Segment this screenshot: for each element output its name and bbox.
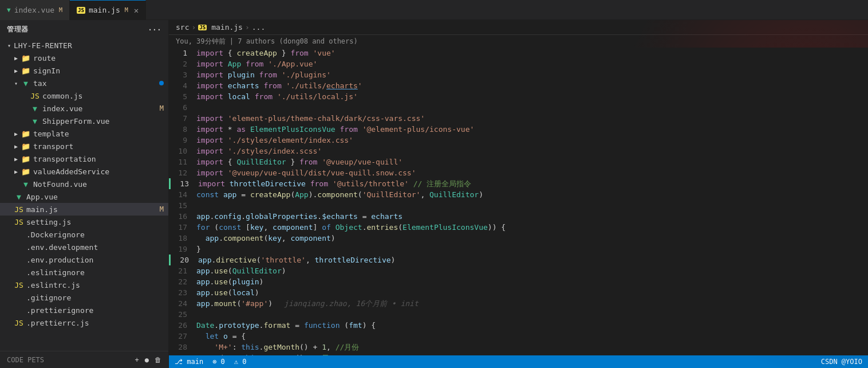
sidebar-header: 管理器 ···	[0, 20, 168, 39]
status-attribution: CSDN @YOIO	[821, 358, 862, 366]
sidebar-item-gitignore[interactable]: .gitignore	[0, 291, 168, 304]
line-number: 9	[169, 135, 196, 146]
sidebar-item-label: transport	[33, 142, 73, 151]
line-number: 26	[169, 320, 196, 331]
status-right: CSDN @YOIO	[821, 358, 862, 366]
more-icon[interactable]: ···	[148, 26, 161, 34]
line-content: app.use(plugin)	[196, 276, 868, 287]
breadcrumb-file: main.js	[211, 23, 243, 32]
code-line-24: 24 app.mount('#app')jianqiang.zhao, 16个月…	[169, 298, 868, 309]
sidebar-item-settingjs[interactable]: JS setting.js	[0, 216, 168, 228]
sidebar-item-env-dev[interactable]: .env.development	[0, 241, 168, 253]
line-number: 2	[169, 58, 196, 69]
sidebar-item-tax[interactable]: ▾ ▼ tax	[0, 77, 168, 89]
sidebar-item-notfound[interactable]: ▼ NotFound.vue	[0, 178, 168, 190]
sidebar-item-dockerignore[interactable]: .Dockerignore	[0, 228, 168, 241]
code-line-16: 16 app.config.globalProperties.$echarts …	[169, 211, 868, 222]
trash-icon[interactable]: 🗑	[155, 356, 161, 364]
code-line-17: 17 for (const [key, component] of Object…	[169, 222, 868, 233]
line-number: 24	[169, 298, 196, 309]
code-line-11: 11 import { QuillEditor } from '@vueup/v…	[169, 156, 868, 167]
sidebar: 管理器 ··· ▾ LHY-FE-RENTER ▶ 📁 route ▶ 📁 si…	[0, 20, 169, 368]
line-content: app.component(key, component)	[196, 233, 868, 244]
sidebar-item-label: transportation	[33, 155, 96, 163]
folder-arrow-icon: ▾	[11, 80, 21, 87]
sidebar-item-env-prod[interactable]: .env.production	[0, 253, 168, 266]
line-content	[196, 200, 868, 211]
code-line-1: 1 import { createApp } from 'vue'	[169, 48, 868, 58]
editor-area: src › JS main.js › ... You, 39分钟前 | 7 au…	[169, 20, 868, 368]
sidebar-item-route[interactable]: ▶ 📁 route	[0, 52, 168, 64]
sidebar-item-shipperform[interactable]: ▼ ShipperForm.vue	[0, 115, 168, 127]
js-file-icon: JS	[14, 218, 24, 226]
sidebar-item-transportation[interactable]: ▶ 📁 transportation	[0, 152, 168, 165]
line-number: 21	[169, 265, 196, 276]
sidebar-item-label: App.vue	[26, 193, 58, 201]
sidebar-item-prettierignore[interactable]: .prettierignore	[0, 304, 168, 316]
code-line-15: 15	[169, 200, 868, 211]
line-number: 5	[169, 91, 196, 102]
sidebar-item-label: route	[33, 54, 56, 62]
line-content: import local from './utils/local.js'	[196, 91, 868, 102]
code-pets-label: CODE PETS	[7, 356, 44, 364]
line-number: 6	[169, 102, 196, 113]
breadcrumb-more: ...	[252, 23, 265, 32]
tab-index-vue[interactable]: ▼ index.vue M	[0, 0, 70, 20]
sidebar-item-valueadded[interactable]: ▶ 📁 valueAddedService	[0, 165, 168, 178]
code-line-4: 4 import echarts from './utils/echarts'	[169, 80, 868, 91]
code-line-5: 5 import local from './utils/local.js'	[169, 91, 868, 102]
line-content: import App from './App.vue'	[196, 58, 868, 69]
sidebar-header-actions: ···	[148, 26, 161, 34]
code-line-13: 13 import throttleDirective from '@utils…	[169, 178, 868, 189]
sidebar-item-prettierrc[interactable]: JS .prettierrc.js	[0, 316, 168, 329]
code-container[interactable]: 1 import { createApp } from 'vue' 2 impo…	[169, 48, 868, 355]
tab-index-vue-label: index.vue	[14, 6, 54, 14]
line-content: 'd+': this.getDate(), //日	[196, 353, 868, 355]
sidebar-item-label: .gitignore	[26, 293, 71, 302]
status-bar: ⎇ main ⊗ 0 ⚠ 0 CSDN @YOIO	[169, 355, 868, 368]
tab-bar: ▼ index.vue M JS main.js M ✕	[0, 0, 868, 20]
line-content: import { createApp } from 'vue'	[196, 48, 868, 58]
folder-arrow-icon: ▶	[11, 156, 21, 162]
line-content: app.mount('#app')jianqiang.zhao, 16个月前 •…	[196, 298, 868, 309]
folder-arrow-icon: ▶	[11, 169, 21, 175]
sidebar-item-label: template	[33, 130, 69, 138]
sidebar-item-transport[interactable]: ▶ 📁 transport	[0, 140, 168, 152]
sidebar-item-appvue[interactable]: ▼ App.vue	[0, 190, 168, 203]
git-info-bar: You, 39分钟前 | 7 authors (dong08 and other…	[169, 35, 868, 48]
circle-icon[interactable]: ●	[145, 356, 149, 364]
sidebar-item-eslintrc[interactable]: JS .eslintrc.js	[0, 279, 168, 291]
sidebar-item-commonjs[interactable]: JS common.js	[0, 89, 168, 102]
folder-icon: 📁	[21, 142, 31, 151]
folder-arrow-icon: ▶	[11, 131, 21, 137]
sidebar-root[interactable]: ▾ LHY-FE-RENTER	[0, 39, 168, 52]
folder-icon: 📁	[21, 54, 31, 62]
code-line-27: 27 let o = {	[169, 331, 868, 342]
sidebar-bottom: CODE PETS + ● 🗑	[0, 351, 168, 368]
vue-file-icon: ▼	[21, 180, 31, 189]
sidebar-item-signin[interactable]: ▶ 📁 signIn	[0, 64, 168, 77]
sidebar-item-label: ShipperForm.vue	[42, 117, 109, 126]
line-number: 28	[169, 342, 196, 353]
sidebar-item-eslintignore[interactable]: .eslintignore	[0, 266, 168, 279]
sidebar-title: 管理器	[7, 25, 29, 34]
sidebar-item-label: setting.js	[26, 218, 71, 226]
sidebar-item-template[interactable]: ▶ 📁 template	[0, 127, 168, 140]
sidebar-item-indexvue[interactable]: ▼ index.vue M	[0, 102, 168, 115]
tab-main-js[interactable]: JS main.js M ✕	[70, 0, 146, 20]
line-content	[196, 102, 868, 113]
git-branch: ⎇ main	[175, 358, 203, 366]
sidebar-item-mainjs[interactable]: JS main.js M	[0, 203, 168, 216]
add-icon[interactable]: +	[135, 356, 139, 364]
arrow-icon: ▾	[5, 42, 14, 49]
vue-file-icon: ▼	[14, 193, 24, 201]
line-content: app.use(local)	[196, 287, 868, 298]
sidebar-item-label: .eslintignore	[26, 268, 85, 277]
line-number: 19	[169, 244, 196, 255]
tab-main-js-close[interactable]: ✕	[134, 6, 139, 15]
line-number: 7	[169, 113, 196, 124]
sidebar-item-label: .eslintrc.js	[26, 281, 80, 289]
folder-icon: ▼	[21, 79, 31, 88]
sidebar-item-label: .prettierrc.js	[26, 319, 89, 327]
line-content	[196, 309, 868, 320]
